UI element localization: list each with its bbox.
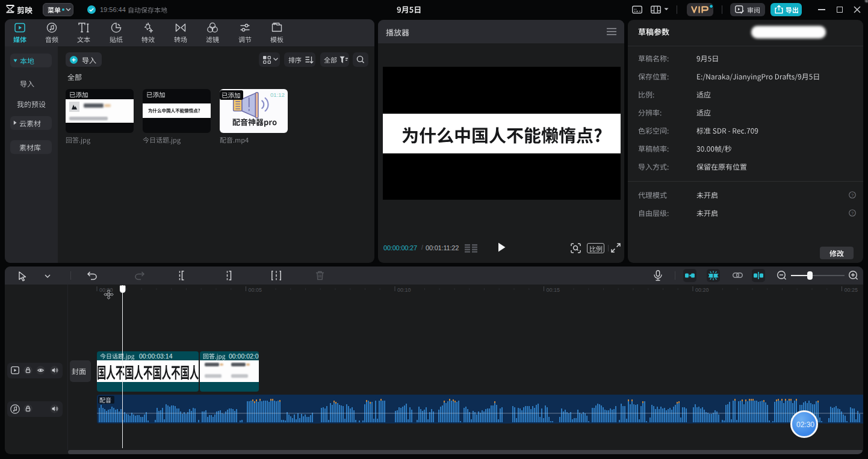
svg-text:?: ? [851,193,854,198]
svg-text:?: ? [851,211,854,216]
